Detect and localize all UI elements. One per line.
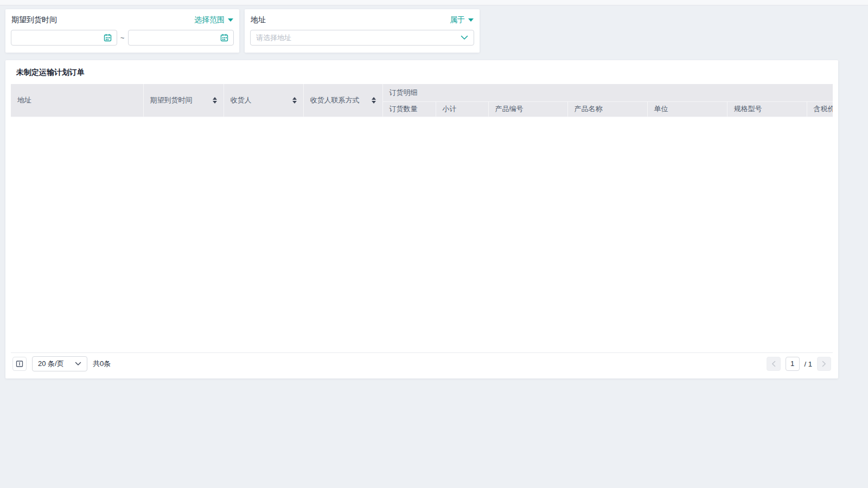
table-footer: 20 条/页 共0条 1 / 1 [11,353,833,376]
range-select-link[interactable]: 选择范围 [194,15,233,25]
total-count: 共0条 [93,359,111,369]
chevron-down-icon [75,362,81,366]
next-page-button[interactable] [817,357,831,371]
caret-down-icon [228,18,233,22]
col-header-subtotal: 小计 [436,101,488,117]
arrival-time-label: 期望到货时间 [11,15,57,25]
col-header-product-name: 产品名称 [567,101,647,117]
table-empty-body [11,117,833,353]
orders-table: 地址 期望到货时间 收货人 收货人联系方式 [11,84,833,353]
col-header-unit: 单位 [647,101,727,117]
address-select[interactable] [250,30,474,46]
panel-title: 未制定运输计划订单 [11,67,833,84]
chevron-left-icon [771,361,776,367]
filter-bar: 期望到货时间 选择范围 ~ [0,5,868,57]
range-separator: ~ [117,34,128,42]
column-settings-button[interactable] [12,357,27,371]
page-size-value: 20 条/页 [38,359,64,369]
belongs-label: 属于 [450,15,465,25]
address-select-input[interactable] [256,34,461,42]
col-header-spec-model: 规格型号 [727,101,807,117]
address-label: 地址 [251,15,266,25]
filter-card-arrival-time: 期望到货时间 选择范围 ~ [5,9,239,53]
sort-icon[interactable] [213,97,217,104]
current-page-input[interactable]: 1 [786,357,800,371]
top-strip [0,0,868,5]
col-header-tax-price: 含税价格 [807,101,833,117]
orders-panel: 未制定运输计划订单 地址 期望到货时间 [5,60,838,378]
chevron-down-icon [461,35,468,40]
col-header-consignee-contact[interactable]: 收货人联系方式 [303,84,382,117]
prev-page-button[interactable] [767,357,781,371]
belongs-link[interactable]: 属于 [450,15,474,25]
col-header-consignee[interactable]: 收货人 [224,84,303,117]
start-date-input[interactable] [11,30,117,46]
caret-down-icon [468,18,474,22]
range-select-label: 选择范围 [194,15,225,25]
chevron-right-icon [822,361,826,367]
group-header-order-detail: 订货明细 [382,84,833,101]
column-settings-icon [16,360,23,368]
col-header-address: 地址 [11,84,143,117]
col-header-order-qty: 订货数量 [382,101,436,117]
page-size-select[interactable]: 20 条/页 [32,356,87,371]
end-date-input[interactable] [128,30,234,46]
total-pages: / 1 [805,360,812,368]
sort-icon[interactable] [372,97,376,104]
filter-card-address: 地址 属于 [245,9,480,53]
sort-icon[interactable] [292,97,297,104]
col-header-arrival-time[interactable]: 期望到货时间 [143,84,224,117]
col-header-product-no: 产品编号 [488,101,567,117]
calendar-icon [220,34,228,42]
pagination: 1 / 1 [767,357,831,371]
calendar-icon [104,34,112,42]
